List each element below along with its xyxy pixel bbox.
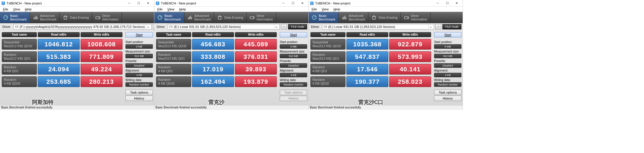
tab-label: Drive Information xyxy=(102,14,119,21)
tab-basic[interactable]: Basic Benchmark xyxy=(309,12,339,23)
write-value: 922.879 xyxy=(389,39,431,50)
task-options-button[interactable]: Task options xyxy=(434,90,461,95)
app-icon: T xyxy=(155,1,160,5)
svg-rect-4 xyxy=(35,17,35,19)
close-button[interactable]: ✕ xyxy=(452,0,461,6)
menu-file[interactable]: File xyxy=(155,7,165,11)
tab-advanced[interactable]: Advanced Benchmark xyxy=(30,12,60,23)
start-position-label: Start position: xyxy=(434,40,461,44)
hdd-icon xyxy=(169,25,173,29)
filemode-button[interactable]: FILE mode xyxy=(442,24,461,29)
main-area: Task name Read mB/s Write mB/s Sequentia… xyxy=(309,30,463,105)
task-name-line2: Max(512 KB) QD32 xyxy=(4,44,35,48)
drive-select[interactable]: (E:) Lexar 931.51 GB (1,953,523,120 Sect… xyxy=(168,24,280,29)
tab-drive[interactable]: Drive Information xyxy=(246,12,276,23)
overlay-caption: 雷克沙 xyxy=(208,99,224,106)
write-value: 193.879 xyxy=(235,76,277,87)
task-name-line1: Random xyxy=(312,53,343,57)
tab-basic[interactable]: Basic Benchmark xyxy=(0,12,30,23)
refresh-button[interactable] xyxy=(281,24,287,29)
menu-view[interactable]: View xyxy=(165,7,177,11)
task-name-cell: Random 4 KB QD32 xyxy=(2,76,37,87)
start-button[interactable]: Start xyxy=(125,32,153,37)
drive-label: Drive: xyxy=(310,25,321,29)
task-name-line2: Max(512 KB) QD1 xyxy=(312,57,343,61)
svg-rect-26 xyxy=(343,17,344,19)
read-value: 253.685 xyxy=(38,76,80,87)
minimize-button[interactable]: ─ xyxy=(279,0,288,6)
overlay-caption: 雷克沙C口 xyxy=(358,99,384,106)
start-position-value: 0 MB xyxy=(280,44,307,49)
maximize-button[interactable]: ☐ xyxy=(288,0,298,6)
tab-label: Drive Information xyxy=(257,14,273,21)
header-read: Read mB/s xyxy=(346,32,388,37)
menu-file[interactable]: File xyxy=(1,7,11,11)
drive-label: Drive: xyxy=(1,25,12,29)
task-name-cell: Sequential Max(512 KB) QD32 xyxy=(310,39,345,50)
close-button[interactable]: ✕ xyxy=(143,0,153,6)
start-position-label: Start position: xyxy=(280,40,307,44)
statusbar: Basic Benchmark finished successfully. xyxy=(309,105,463,110)
start-button[interactable]: Start xyxy=(434,32,461,37)
gauge-icon xyxy=(3,15,8,20)
header-read: Read mB/s xyxy=(192,32,234,37)
task-options-button[interactable]: Task options xyxy=(125,90,153,95)
task-name-line1: Sequential xyxy=(312,40,343,44)
svg-rect-6 xyxy=(37,17,37,20)
maximize-button[interactable]: ☐ xyxy=(442,0,452,6)
tab-data erasing[interactable]: Data Erasing xyxy=(60,12,92,23)
tab-drive[interactable]: Drive Information xyxy=(401,12,431,23)
minimize-button[interactable]: ─ xyxy=(124,0,134,6)
menu-help[interactable]: Help xyxy=(331,7,343,11)
history-button[interactable]: History xyxy=(125,96,153,101)
history-button[interactable]: History xyxy=(434,96,461,101)
drive-text: (F:) yyyyyyýsAagdrýý3226yyyyyyyyyyyyyyyy… xyxy=(20,25,145,29)
filemode-button[interactable]: FILE mode xyxy=(288,24,307,29)
tab-label: Basic Benchmark xyxy=(164,14,181,21)
drive-label: Drive: xyxy=(155,25,167,29)
refresh-button[interactable] xyxy=(435,24,441,29)
read-value: 24.094 xyxy=(38,64,80,75)
header-write: Write mB/s xyxy=(81,32,122,37)
bench-row: Random 4 KB QD32 190.377 258.023 xyxy=(310,76,431,87)
task-name-cell: Random Max(512 KB) QD1 xyxy=(310,51,345,62)
bench-row: Random Max(512 KB) QD1 515.383 771.809 xyxy=(2,51,122,62)
maximize-button[interactable]: ☐ xyxy=(134,0,143,6)
tab-advanced[interactable]: Advanced Benchmark xyxy=(184,12,214,23)
close-button[interactable]: ✕ xyxy=(298,0,307,6)
menu-help[interactable]: Help xyxy=(177,7,188,11)
writing-data-value: Random number xyxy=(434,82,461,87)
bench-row: Random 4 KB QD32 253.685 280.213 xyxy=(2,76,122,87)
drive-icon xyxy=(404,15,409,20)
minimize-button[interactable]: ─ xyxy=(433,0,442,6)
menu-view[interactable]: View xyxy=(11,7,23,11)
prewrite-label: Prewrite: xyxy=(280,59,307,63)
task-name-line2: 4 KB QD1 xyxy=(158,69,189,73)
task-name-line1: Random xyxy=(4,53,35,57)
bench-row: Sequential Max(512 KB) QD32 1035.368 922… xyxy=(310,39,431,50)
titlebar[interactable]: T TxBENCH - New project ─ ☐ ✕ xyxy=(309,0,463,7)
erase-icon xyxy=(63,15,68,20)
tab-basic[interactable]: Basic Benchmark xyxy=(154,12,184,23)
menu-help[interactable]: Help xyxy=(22,7,34,11)
prewrite-value: Disabled xyxy=(280,63,307,68)
drive-select[interactable]: (E:) Lexar 931.51 GB (1,953,523,120 Sect… xyxy=(322,24,434,29)
titlebar[interactable]: T TxBENCH - New project ─ ☐ ✕ xyxy=(154,0,308,7)
writing-data-value: Random number xyxy=(125,82,153,87)
statusbar: Basic Benchmark finished successfully. xyxy=(154,105,308,110)
drive-row: Drive: (E:) Lexar 931.51 GB (1,953,523,1… xyxy=(154,23,308,30)
titlebar[interactable]: T TxBENCH - New project ─ ☐ ✕ xyxy=(0,0,154,7)
tab-advanced[interactable]: Advanced Benchmark xyxy=(339,12,369,23)
start-button[interactable]: Start xyxy=(280,32,307,37)
write-value: 771.809 xyxy=(81,51,122,62)
bars-icon xyxy=(187,15,193,20)
benchmark-panel: Task name Read mB/s Write mB/s Sequentia… xyxy=(0,30,124,105)
task-name-cell: Random 4 KB QD1 xyxy=(156,64,191,75)
tab-data erasing[interactable]: Data Erasing xyxy=(214,12,246,23)
drive-select[interactable]: (F:) yyyyyyýsAagdrýý3226yyyyyyyyyyyyyyyy… xyxy=(13,24,152,29)
tab-data erasing[interactable]: Data Erasing xyxy=(368,12,401,23)
tab-drive[interactable]: Drive Information xyxy=(92,12,122,23)
side-panel: Start Start position: 0 MB Measurement s… xyxy=(124,30,154,105)
menu-view[interactable]: View xyxy=(319,7,331,11)
menu-file[interactable]: File xyxy=(309,7,319,11)
